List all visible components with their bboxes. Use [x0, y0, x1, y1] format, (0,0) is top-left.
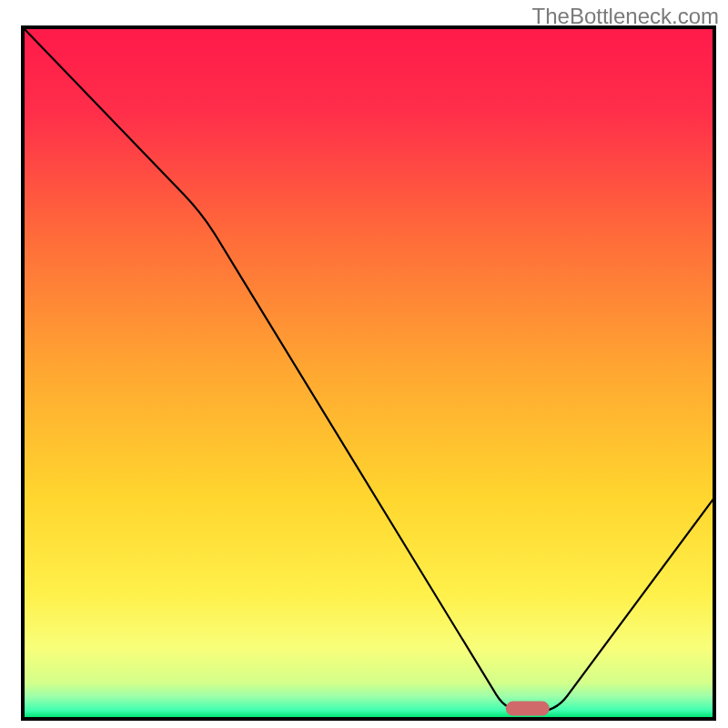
chart-container: TheBottleneck.com	[0, 0, 728, 728]
plot-background	[25, 29, 713, 717]
bottleneck-marker	[506, 702, 550, 716]
chart-svg	[0, 0, 728, 728]
watermark-text: TheBottleneck.com	[532, 4, 719, 29]
